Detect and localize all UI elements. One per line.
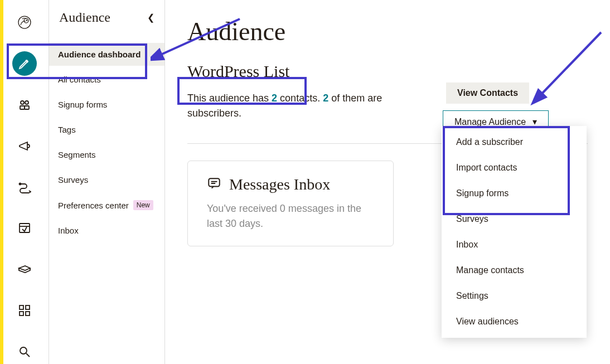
collapse-icon[interactable]: ❮: [147, 12, 154, 23]
subnav-item-dashboard[interactable]: Audience dashboard: [49, 43, 164, 66]
subnav-item-inbox[interactable]: Inbox: [49, 219, 164, 242]
messages-inbox-card[interactable]: Messages Inbox You've received 0 message…: [187, 161, 394, 246]
rail-website-button[interactable]: [12, 216, 37, 240]
svg-rect-12: [26, 312, 30, 316]
subnav-item-label: Signup forms: [58, 100, 107, 109]
subnav: Audience ❮ Audience dashboard All contac…: [49, 0, 165, 364]
svg-point-7: [19, 183, 21, 185]
rail-search-button[interactable]: [12, 339, 37, 364]
subnav-title: Audience: [59, 10, 110, 25]
svg-rect-9: [20, 305, 23, 309]
rail-automations-button[interactable]: [12, 175, 37, 200]
rail-content-button[interactable]: [12, 257, 37, 282]
dropdown-item-manage-contacts[interactable]: Manage contacts: [442, 258, 587, 283]
svg-point-4: [25, 101, 28, 104]
svg-point-13: [20, 347, 27, 354]
subscribers-count: 2: [323, 93, 328, 104]
subnav-item-label: Inbox: [58, 226, 79, 235]
new-badge: New: [133, 200, 153, 210]
audience-actions: View Contacts Manage Audience ▾ Add a su…: [443, 82, 587, 133]
dropdown-item-signup-forms[interactable]: Signup forms: [442, 181, 587, 206]
subnav-item-label: Surveys: [58, 175, 88, 185]
inbox-card-body: You've received 0 messages in the last 3…: [207, 201, 374, 231]
subnav-item-preferences[interactable]: Preferences centerNew: [49, 193, 164, 217]
svg-point-2: [26, 20, 27, 21]
svg-rect-5: [20, 106, 25, 109]
page-heading: Audience: [187, 17, 588, 46]
subnav-item-label: Segments: [58, 150, 96, 159]
dropdown-item-settings[interactable]: Settings: [442, 283, 587, 309]
brand-logo[interactable]: [12, 10, 37, 35]
rail-audience-button[interactable]: [12, 93, 37, 117]
dropdown-item-add-subscriber[interactable]: Add a subscriber: [442, 129, 587, 155]
dropdown-item-view-audiences[interactable]: View audiences: [442, 309, 587, 334]
subnav-item-label: Audience dashboard: [58, 50, 141, 59]
manage-audience-dropdown: Add a subscriber Import contacts Signup …: [442, 126, 587, 338]
rail-integrations-button[interactable]: [12, 298, 37, 323]
subnav-item-label: All contacts: [58, 75, 101, 84]
subnav-header: Audience ❮: [49, 10, 164, 41]
subnav-item-all-contacts[interactable]: All contacts: [49, 68, 164, 91]
svg-rect-6: [25, 106, 29, 109]
subnav-item-tags[interactable]: Tags: [49, 118, 164, 141]
subnav-item-signup-forms[interactable]: Signup forms: [49, 93, 164, 116]
view-contacts-button[interactable]: View Contacts: [446, 82, 529, 104]
rail-create-button[interactable]: [12, 51, 37, 76]
subnav-item-surveys[interactable]: Surveys: [49, 168, 164, 191]
svg-rect-11: [20, 312, 23, 316]
inbox-card-title: Messages Inbox: [229, 176, 330, 193]
svg-point-3: [21, 101, 24, 104]
manage-audience-label: Manage Audience: [454, 117, 526, 127]
subnav-item-label: Preferences center: [58, 201, 129, 210]
audience-stats: This audience has 2 contacts. 2 of them …: [187, 91, 422, 121]
subnav-item-label: Tags: [58, 125, 76, 134]
chat-icon: [207, 176, 221, 193]
dropdown-item-inbox[interactable]: Inbox: [442, 232, 587, 258]
icon-rail: [0, 0, 49, 364]
rail-campaigns-button[interactable]: [12, 134, 37, 158]
contacts-count: 2: [272, 93, 277, 104]
dropdown-item-surveys[interactable]: Surveys: [442, 206, 587, 232]
dropdown-item-import[interactable]: Import contacts: [442, 155, 587, 181]
audience-list-name: WordPress List: [187, 62, 588, 81]
svg-rect-10: [26, 305, 30, 309]
subnav-item-segments[interactable]: Segments: [49, 143, 164, 166]
svg-rect-14: [209, 178, 220, 186]
brand-accent-bar: [0, 0, 3, 364]
